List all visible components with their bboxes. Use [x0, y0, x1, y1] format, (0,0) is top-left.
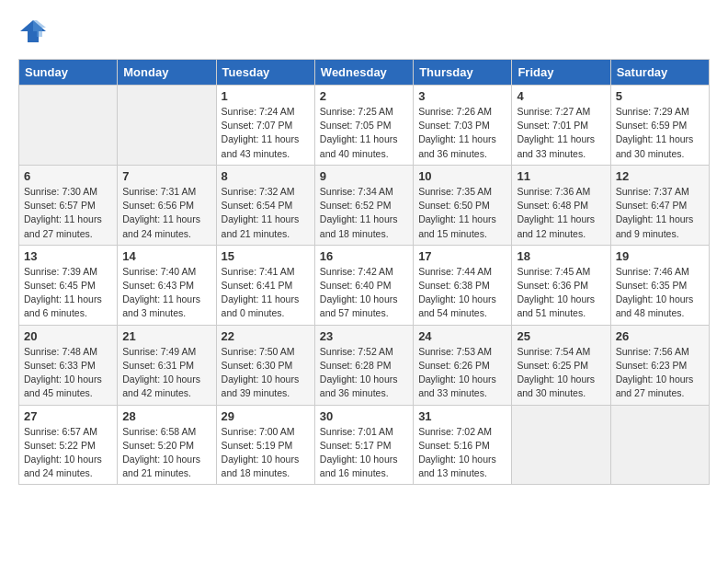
calendar-day-header: Thursday	[414, 60, 512, 86]
calendar-cell: 22Sunrise: 7:50 AMSunset: 6:30 PMDayligh…	[216, 325, 314, 405]
day-number: 16	[320, 249, 408, 263]
day-info: Sunrise: 7:36 AMSunset: 6:48 PMDaylight:…	[517, 185, 605, 241]
day-info: Sunrise: 7:31 AMSunset: 6:56 PMDaylight:…	[122, 185, 210, 241]
day-info: Sunrise: 7:39 AMSunset: 6:45 PMDaylight:…	[24, 265, 112, 321]
calendar-cell: 23Sunrise: 7:52 AMSunset: 6:28 PMDayligh…	[314, 325, 413, 405]
calendar-cell: 12Sunrise: 7:37 AMSunset: 6:47 PMDayligh…	[610, 165, 709, 245]
day-number: 8	[222, 169, 310, 183]
calendar-day-header: Sunday	[19, 60, 118, 86]
day-info: Sunrise: 7:40 AMSunset: 6:43 PMDaylight:…	[122, 265, 210, 321]
day-info: Sunrise: 7:46 AMSunset: 6:35 PMDaylight:…	[616, 265, 704, 321]
calendar-cell: 30Sunrise: 7:01 AMSunset: 5:17 PMDayligh…	[314, 405, 413, 485]
day-number: 22	[222, 329, 310, 343]
day-info: Sunrise: 7:25 AMSunset: 7:05 PMDaylight:…	[320, 105, 408, 161]
calendar-cell: 27Sunrise: 6:57 AMSunset: 5:22 PMDayligh…	[19, 405, 118, 485]
calendar-cell: 7Sunrise: 7:31 AMSunset: 6:56 PMDaylight…	[118, 165, 216, 245]
day-info: Sunrise: 7:35 AMSunset: 6:50 PMDaylight:…	[418, 185, 506, 241]
day-info: Sunrise: 7:24 AMSunset: 7:07 PMDaylight:…	[222, 105, 310, 161]
page-header	[18, 18, 710, 44]
logo	[18, 18, 51, 44]
day-info: Sunrise: 7:27 AMSunset: 7:01 PMDaylight:…	[517, 105, 605, 161]
day-number: 6	[24, 169, 112, 183]
calendar-cell: 10Sunrise: 7:35 AMSunset: 6:50 PMDayligh…	[414, 165, 512, 245]
calendar-cell: 14Sunrise: 7:40 AMSunset: 6:43 PMDayligh…	[118, 245, 216, 325]
day-number: 23	[320, 329, 408, 343]
calendar-cell: 6Sunrise: 7:30 AMSunset: 6:57 PMDaylight…	[19, 165, 118, 245]
calendar-cell: 19Sunrise: 7:46 AMSunset: 6:35 PMDayligh…	[610, 245, 709, 325]
day-info: Sunrise: 6:57 AMSunset: 5:22 PMDaylight:…	[24, 425, 112, 481]
day-info: Sunrise: 7:45 AMSunset: 6:36 PMDaylight:…	[517, 265, 605, 321]
calendar-day-header: Wednesday	[314, 60, 413, 86]
calendar-cell: 18Sunrise: 7:45 AMSunset: 6:36 PMDayligh…	[512, 245, 610, 325]
calendar-day-header: Friday	[512, 60, 610, 86]
day-info: Sunrise: 7:32 AMSunset: 6:54 PMDaylight:…	[222, 185, 310, 241]
day-info: Sunrise: 7:54 AMSunset: 6:25 PMDaylight:…	[517, 345, 605, 401]
day-number: 29	[222, 409, 310, 423]
day-number: 31	[418, 409, 506, 423]
day-info: Sunrise: 7:53 AMSunset: 6:26 PMDaylight:…	[418, 345, 506, 401]
day-number: 24	[418, 329, 506, 343]
logo-icon	[18, 18, 48, 44]
calendar-week-row: 1Sunrise: 7:24 AMSunset: 7:07 PMDaylight…	[19, 86, 710, 166]
day-info: Sunrise: 7:48 AMSunset: 6:33 PMDaylight:…	[24, 345, 112, 401]
calendar-cell	[19, 86, 118, 166]
day-info: Sunrise: 7:37 AMSunset: 6:47 PMDaylight:…	[616, 185, 704, 241]
calendar-day-header: Tuesday	[216, 60, 314, 86]
day-number: 4	[517, 89, 605, 103]
day-info: Sunrise: 7:44 AMSunset: 6:38 PMDaylight:…	[418, 265, 506, 321]
day-number: 9	[320, 169, 408, 183]
day-number: 12	[616, 169, 704, 183]
calendar-week-row: 6Sunrise: 7:30 AMSunset: 6:57 PMDaylight…	[19, 165, 710, 245]
day-info: Sunrise: 7:56 AMSunset: 6:23 PMDaylight:…	[616, 345, 704, 401]
calendar-week-row: 20Sunrise: 7:48 AMSunset: 6:33 PMDayligh…	[19, 325, 710, 405]
day-number: 2	[320, 89, 408, 103]
day-number: 14	[122, 249, 210, 263]
day-number: 13	[24, 249, 112, 263]
day-number: 30	[320, 409, 408, 423]
calendar-week-row: 13Sunrise: 7:39 AMSunset: 6:45 PMDayligh…	[19, 245, 710, 325]
day-number: 17	[418, 249, 506, 263]
day-number: 27	[24, 409, 112, 423]
day-number: 25	[517, 329, 605, 343]
day-number: 3	[418, 89, 506, 103]
day-info: Sunrise: 7:49 AMSunset: 6:31 PMDaylight:…	[122, 345, 210, 401]
calendar-day-header: Saturday	[610, 60, 709, 86]
calendar-cell: 20Sunrise: 7:48 AMSunset: 6:33 PMDayligh…	[19, 325, 118, 405]
calendar-cell: 3Sunrise: 7:26 AMSunset: 7:03 PMDaylight…	[414, 86, 512, 166]
calendar-cell: 9Sunrise: 7:34 AMSunset: 6:52 PMDaylight…	[314, 165, 413, 245]
calendar-cell	[512, 405, 610, 485]
day-number: 18	[517, 249, 605, 263]
calendar-day-header: Monday	[118, 60, 216, 86]
calendar-cell: 15Sunrise: 7:41 AMSunset: 6:41 PMDayligh…	[216, 245, 314, 325]
day-info: Sunrise: 7:26 AMSunset: 7:03 PMDaylight:…	[418, 105, 506, 161]
calendar-cell: 11Sunrise: 7:36 AMSunset: 6:48 PMDayligh…	[512, 165, 610, 245]
calendar-cell: 2Sunrise: 7:25 AMSunset: 7:05 PMDaylight…	[314, 86, 413, 166]
day-info: Sunrise: 7:52 AMSunset: 6:28 PMDaylight:…	[320, 345, 408, 401]
calendar-cell	[118, 86, 216, 166]
day-number: 28	[122, 409, 210, 423]
day-info: Sunrise: 7:02 AMSunset: 5:16 PMDaylight:…	[418, 425, 506, 481]
day-number: 15	[222, 249, 310, 263]
day-info: Sunrise: 7:30 AMSunset: 6:57 PMDaylight:…	[24, 185, 112, 241]
calendar-cell: 17Sunrise: 7:44 AMSunset: 6:38 PMDayligh…	[414, 245, 512, 325]
day-number: 21	[122, 329, 210, 343]
day-info: Sunrise: 7:01 AMSunset: 5:17 PMDaylight:…	[320, 425, 408, 481]
day-info: Sunrise: 7:50 AMSunset: 6:30 PMDaylight:…	[222, 345, 310, 401]
calendar-cell: 5Sunrise: 7:29 AMSunset: 6:59 PMDaylight…	[610, 86, 709, 166]
day-info: Sunrise: 7:34 AMSunset: 6:52 PMDaylight:…	[320, 185, 408, 241]
calendar-cell: 26Sunrise: 7:56 AMSunset: 6:23 PMDayligh…	[610, 325, 709, 405]
day-info: Sunrise: 7:42 AMSunset: 6:40 PMDaylight:…	[320, 265, 408, 321]
day-number: 20	[24, 329, 112, 343]
calendar-cell: 1Sunrise: 7:24 AMSunset: 7:07 PMDaylight…	[216, 86, 314, 166]
day-info: Sunrise: 6:58 AMSunset: 5:20 PMDaylight:…	[122, 425, 210, 481]
day-info: Sunrise: 7:29 AMSunset: 6:59 PMDaylight:…	[616, 105, 704, 161]
calendar-cell: 21Sunrise: 7:49 AMSunset: 6:31 PMDayligh…	[118, 325, 216, 405]
calendar-cell: 24Sunrise: 7:53 AMSunset: 6:26 PMDayligh…	[414, 325, 512, 405]
day-number: 10	[418, 169, 506, 183]
calendar-cell: 25Sunrise: 7:54 AMSunset: 6:25 PMDayligh…	[512, 325, 610, 405]
calendar-table: SundayMondayTuesdayWednesdayThursdayFrid…	[18, 59, 710, 485]
calendar-header-row: SundayMondayTuesdayWednesdayThursdayFrid…	[19, 60, 710, 86]
calendar-cell	[610, 405, 709, 485]
calendar-cell: 28Sunrise: 6:58 AMSunset: 5:20 PMDayligh…	[118, 405, 216, 485]
day-info: Sunrise: 7:00 AMSunset: 5:19 PMDaylight:…	[222, 425, 310, 481]
